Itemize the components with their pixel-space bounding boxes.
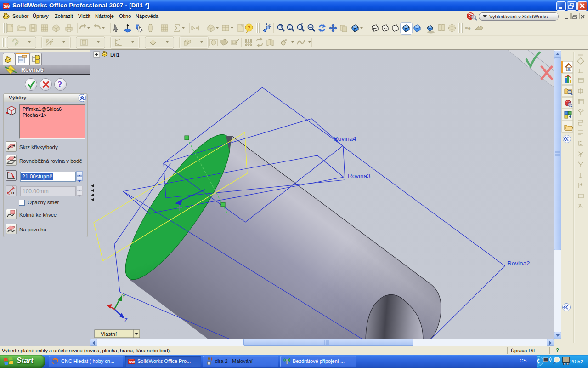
svg-text:Rovina3: Rovina3	[348, 172, 371, 179]
svg-text:Rovina2: Rovina2	[507, 260, 530, 267]
svg-text:Díl1: Díl1	[110, 52, 119, 58]
svg-text:SW: SW	[3, 4, 10, 9]
svg-text:SW: SW	[129, 360, 136, 364]
svg-text:Y: Y	[122, 293, 126, 299]
svg-text:20:52: 20:52	[570, 359, 583, 364]
svg-text:D: D	[11, 191, 14, 195]
svg-text:Vlastní: Vlastní	[101, 331, 117, 337]
svg-text:Z: Z	[124, 317, 128, 323]
svg-text:?: ?	[58, 80, 62, 89]
svg-text:Rovina4: Rovina4	[334, 135, 356, 142]
